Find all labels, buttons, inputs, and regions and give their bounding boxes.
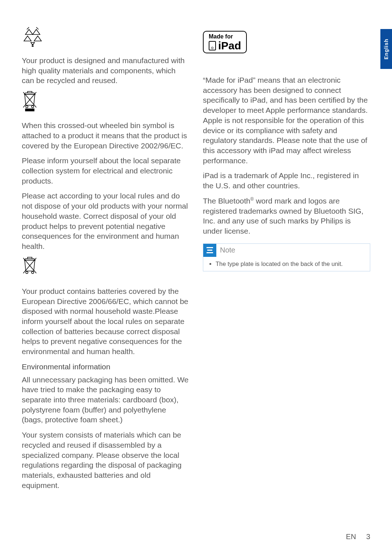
- page-content: Your product is designed and manufacture…: [0, 0, 392, 510]
- paragraph-battery-directive: Your product contains batteries covered …: [22, 286, 189, 357]
- bt-text-a: The Bluetooth: [203, 197, 250, 205]
- svg-point-0: [26, 106, 28, 108]
- language-side-tab: English: [380, 29, 392, 69]
- registered-symbol: ®: [250, 197, 254, 202]
- wheeled-bin-crossed-icon-battery: [22, 257, 189, 279]
- right-column: Made for iPad “Made for iPad” means that…: [203, 24, 370, 495]
- page-footer: EN 3: [346, 533, 370, 541]
- paragraph-bluetooth-trademark: The Bluetooth® word mark and logos are r…: [203, 196, 370, 236]
- paragraph-ipad-trademark: iPad is a trademark of Apple Inc., regis…: [203, 171, 370, 190]
- badge-ipad-text: iPad: [218, 40, 241, 51]
- left-column: Your product is designed and manufacture…: [22, 24, 189, 495]
- wheeled-bin-crossed-icon: [22, 91, 189, 113]
- footer-language: EN: [346, 533, 356, 541]
- note-icon: [203, 244, 216, 257]
- note-header: Note: [203, 244, 370, 257]
- svg-point-5: [26, 271, 28, 274]
- paragraph-materials-recycle: Your system consists of materials which …: [22, 430, 189, 490]
- note-body: The type plate is located on the back of…: [203, 257, 370, 267]
- made-for-ipad-badge: Made for iPad: [203, 31, 247, 53]
- svg-point-1: [32, 106, 34, 108]
- footer-page-number: 3: [366, 533, 370, 541]
- paragraph-local-rules: Please act according to your local rules…: [22, 191, 189, 251]
- svg-point-6: [32, 271, 34, 274]
- note-item: The type plate is located on the back of…: [216, 260, 363, 267]
- paragraph-recycle-intro: Your product is designed and manufacture…: [22, 56, 189, 86]
- recycle-icon: [22, 26, 189, 48]
- ipad-device-icon: [209, 41, 216, 50]
- heading-environmental-info: Environmental information: [22, 362, 189, 372]
- note-box: Note The type plate is located on the ba…: [203, 243, 370, 271]
- paragraph-weee-directive: When this crossed-out wheeled bin symbol…: [22, 120, 189, 151]
- paragraph-packaging: All unnecessary packaging has been omitt…: [22, 375, 189, 425]
- badge-made-for-text: Made for: [209, 34, 241, 40]
- paragraph-made-for-ipad: “Made for iPad” means that an electronic…: [203, 75, 370, 165]
- note-title: Note: [220, 246, 235, 254]
- paragraph-collection-system: Please inform yourself about the local s…: [22, 156, 189, 186]
- svg-rect-4: [25, 109, 34, 111]
